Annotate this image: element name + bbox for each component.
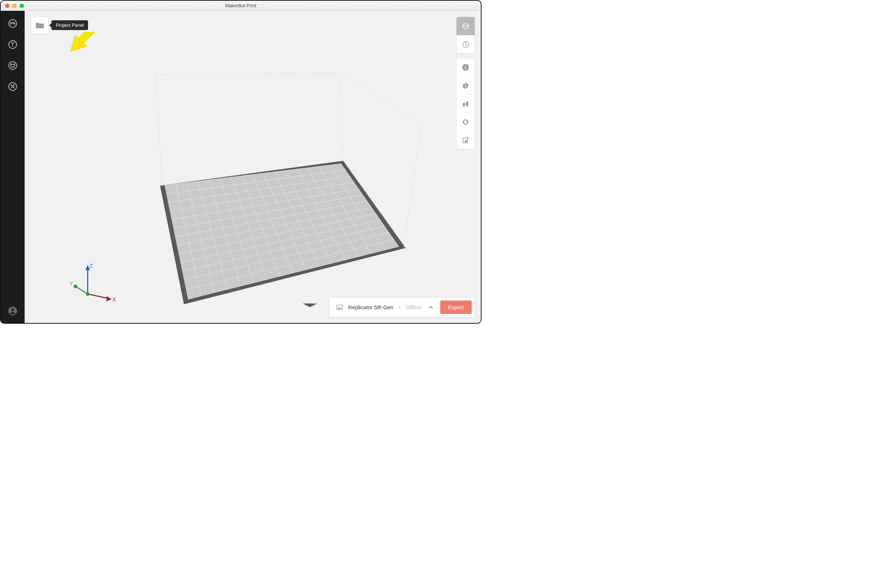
settings-button[interactable] (457, 76, 475, 94)
svg-marker-9 (165, 164, 399, 299)
fullscreen-button[interactable] (457, 131, 475, 149)
svg-line-34 (177, 207, 371, 245)
folder-icon (36, 21, 44, 29)
svg-line-25 (330, 165, 385, 250)
printer-menu-toggle[interactable] (427, 303, 435, 312)
svg-line-15 (220, 178, 254, 283)
svg-line-37 (183, 226, 384, 271)
svg-marker-7 (65, 32, 107, 57)
svg-line-38 (185, 233, 389, 279)
svg-line-10 (165, 185, 188, 299)
svg-point-53 (465, 65, 466, 66)
svg-line-32 (174, 195, 362, 228)
axis-y-label: Y (69, 280, 73, 286)
svg-line-33 (175, 201, 367, 237)
store-icon[interactable] (7, 60, 18, 71)
gear-icon (462, 82, 469, 90)
view-mode-model-button[interactable] (457, 17, 475, 35)
svg-rect-56 (466, 101, 468, 106)
svg-rect-58 (465, 140, 467, 142)
svg-line-12 (187, 183, 215, 293)
svg-line-36 (181, 220, 380, 262)
svg-line-11 (176, 184, 201, 296)
export-button[interactable]: Export (440, 300, 472, 314)
window-controls (1, 4, 24, 8)
app-window: MakerBot Print (0, 0, 481, 324)
svg-line-29 (168, 176, 350, 203)
svg-point-0 (9, 20, 17, 27)
arrange-button[interactable] (457, 94, 475, 112)
svg-line-27 (165, 164, 341, 185)
svg-line-21 (286, 171, 332, 264)
titlebar: MakerBot Print (1, 1, 481, 11)
svg-line-35 (179, 214, 375, 254)
svg-line-22 (297, 170, 346, 260)
svg-rect-59 (337, 305, 342, 310)
svg-point-54 (465, 85, 466, 86)
svg-marker-47 (107, 296, 111, 301)
arrange-icon (462, 100, 469, 108)
chevron-up-icon (428, 304, 434, 310)
minimize-window-button[interactable] (12, 4, 17, 8)
svg-rect-55 (463, 103, 465, 106)
svg-line-31 (172, 189, 358, 220)
printer-name: Replicator 5th Gen (348, 304, 394, 310)
svg-rect-60 (338, 308, 341, 309)
window-title: MakerBot Print (1, 3, 481, 8)
makerbot-logo-icon[interactable] (7, 18, 18, 29)
annotation-arrow (61, 32, 119, 90)
viewport[interactable]: Project Panel (25, 11, 481, 323)
project-panel-tooltip: Project Panel (51, 20, 88, 30)
svg-point-48 (86, 292, 90, 296)
separator-dot: • (398, 304, 401, 310)
svg-line-20 (275, 172, 320, 267)
svg-marker-43 (86, 265, 90, 270)
thingiverse-icon[interactable] (7, 39, 18, 50)
svg-line-44 (76, 287, 88, 294)
printer-icon (336, 304, 343, 310)
build-volume (25, 11, 481, 323)
status-bar: Replicator 5th Gen • Offline Export (329, 297, 475, 317)
print-preview-icon (462, 40, 469, 48)
svg-point-2 (9, 62, 17, 69)
svg-point-49 (463, 23, 469, 29)
maximize-window-button[interactable] (20, 4, 24, 8)
fullscreen-icon (462, 136, 469, 144)
svg-line-13 (197, 182, 227, 290)
info-button[interactable] (457, 58, 475, 76)
svg-line-19 (264, 173, 307, 270)
svg-rect-6 (36, 24, 44, 28)
sidebar (1, 11, 25, 323)
svg-line-46 (88, 294, 108, 298)
svg-rect-52 (465, 67, 466, 69)
info-icon (462, 63, 469, 71)
sync-button[interactable] (457, 112, 475, 131)
refresh-icon (462, 118, 469, 126)
svg-line-30 (170, 183, 353, 211)
printer-status: Offline (406, 304, 421, 310)
project-panel-button[interactable] (31, 16, 48, 34)
svg-line-17 (242, 176, 280, 277)
svg-line-14 (209, 180, 241, 286)
svg-line-23 (308, 168, 359, 257)
svg-line-18 (253, 174, 293, 273)
svg-line-24 (319, 166, 372, 254)
svg-point-45 (74, 285, 77, 288)
close-window-button[interactable] (5, 4, 9, 8)
svg-marker-8 (160, 161, 406, 304)
axis-x-label: X (112, 297, 116, 302)
svg-marker-41 (303, 303, 317, 307)
right-toolbar (456, 16, 475, 149)
svg-line-39 (186, 240, 394, 289)
tools-icon[interactable] (7, 81, 18, 92)
axes-gizmo: Z Y X (54, 262, 116, 306)
axis-z-label: Z (90, 263, 93, 268)
svg-point-5 (11, 309, 14, 311)
svg-line-40 (188, 247, 399, 299)
svg-line-28 (167, 170, 345, 194)
account-icon[interactable] (7, 306, 18, 316)
sphere-icon (462, 22, 469, 30)
svg-line-26 (341, 164, 398, 247)
view-mode-preview-button[interactable] (457, 35, 475, 53)
svg-line-16 (231, 177, 267, 280)
